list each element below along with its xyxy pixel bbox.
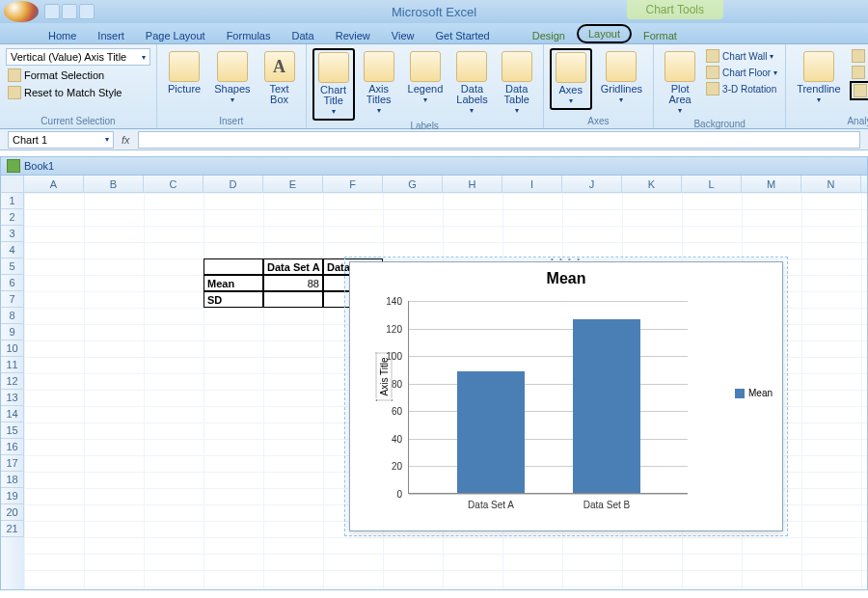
save-icon[interactable] <box>44 4 60 19</box>
workbook-titlebar[interactable]: Book1 <box>0 156 868 176</box>
tab-formulas[interactable]: Formulas <box>217 26 281 43</box>
format-selection-icon <box>8 68 21 82</box>
office-button[interactable] <box>4 1 39 22</box>
data-labels-icon <box>456 51 487 82</box>
row-header-7[interactable]: 7 <box>1 291 24 308</box>
group-label-analysis: Analysis <box>792 116 868 128</box>
worksheet[interactable]: ABCDEFGHIJKLMN 1234567891011121314151617… <box>0 176 868 590</box>
row-header-21[interactable]: 21 <box>1 521 24 537</box>
chart-title-button[interactable]: Chart Title▾ <box>312 48 355 121</box>
row-header-20[interactable]: 20 <box>1 504 24 521</box>
row-header-13[interactable]: 13 <box>1 390 24 406</box>
row-header-12[interactable]: 12 <box>1 373 24 390</box>
tab-data[interactable]: Data <box>282 26 323 43</box>
group-current-selection: Vertical (Value) Axis Title ▾ Format Sel… <box>0 44 157 128</box>
cell-E5[interactable]: Data Set A <box>263 258 323 275</box>
formula-input[interactable] <box>138 131 860 149</box>
row-header-11[interactable]: 11 <box>1 357 24 373</box>
cell-E6[interactable]: 88 <box>263 275 323 291</box>
ribbon: Vertical (Value) Axis Title ▾ Format Sel… <box>0 44 868 129</box>
text-box-button[interactable]: A Text Box <box>259 48 300 108</box>
group-analysis: Trendline▾ Lines▾ Up/Down Bars▾ Error Ba… <box>786 44 868 128</box>
rotation-button[interactable]: 3-D Rotation <box>704 81 779 96</box>
tab-review[interactable]: Review <box>326 26 380 43</box>
col-header-I[interactable]: I <box>502 176 562 192</box>
data-table-button[interactable]: Data Table▾ <box>497 48 537 119</box>
error-bars-button[interactable]: Error Bars▾ <box>850 81 868 100</box>
app-title: Microsoft Excel <box>392 5 476 19</box>
plot-area[interactable]: Data Set AData Set B <box>408 301 688 494</box>
row-header-1[interactable]: 1 <box>1 193 24 209</box>
col-header-A[interactable]: A <box>24 176 84 192</box>
fx-icon[interactable]: fx <box>122 134 130 146</box>
tab-layout[interactable]: Layout <box>577 24 632 43</box>
chart-title[interactable]: Mean <box>350 262 782 291</box>
axis-titles-button[interactable]: Axis Titles▾ <box>359 48 399 119</box>
row-header-10[interactable]: 10 <box>1 340 24 357</box>
trendline-button[interactable]: Trendline▾ <box>792 48 845 108</box>
gridlines-button[interactable]: Gridlines▾ <box>596 48 647 108</box>
row-header-8[interactable]: 8 <box>1 308 24 324</box>
tab-home[interactable]: Home <box>39 26 86 43</box>
axes-button[interactable]: Axes▾ <box>550 48 592 110</box>
col-header-K[interactable]: K <box>622 176 682 192</box>
format-selection-button[interactable]: Format Selection <box>6 68 106 83</box>
tab-get-started[interactable]: Get Started <box>425 26 499 43</box>
reset-to-match-style-button[interactable]: Reset to Match Style <box>6 85 124 100</box>
row-header-18[interactable]: 18 <box>1 472 24 488</box>
col-header-L[interactable]: L <box>682 176 742 192</box>
tab-format[interactable]: Format <box>634 26 687 43</box>
col-header-D[interactable]: D <box>203 176 263 192</box>
row-header-17[interactable]: 17 <box>1 455 24 472</box>
col-header-B[interactable]: B <box>84 176 144 192</box>
chart-legend[interactable]: Mean <box>735 388 773 398</box>
col-header-N[interactable]: N <box>801 176 861 192</box>
row-header-16[interactable]: 16 <box>1 439 24 455</box>
row-header-6[interactable]: 6 <box>1 275 24 291</box>
chart-drag-handle[interactable]: • • • • <box>551 255 582 263</box>
cell-D6[interactable]: Mean <box>203 275 263 291</box>
name-box[interactable]: Chart 1 ▾ <box>8 131 114 149</box>
col-header-H[interactable]: H <box>443 176 502 192</box>
row-header-9[interactable]: 9 <box>1 324 24 340</box>
undo-icon[interactable] <box>62 4 77 19</box>
lines-button[interactable]: Lines▾ <box>850 48 868 64</box>
row-header-3[interactable]: 3 <box>1 226 24 242</box>
selection-dropdown[interactable]: Vertical (Value) Axis Title ▾ <box>6 48 150 66</box>
cell-D5[interactable] <box>203 258 263 275</box>
tab-design[interactable]: Design <box>523 26 575 43</box>
chart-floor-button[interactable]: Chart Floor▾ <box>704 65 779 80</box>
tab-insert[interactable]: Insert <box>88 26 134 43</box>
row-header-14[interactable]: 14 <box>1 406 24 422</box>
row-header-15[interactable]: 15 <box>1 422 24 439</box>
picture-button[interactable]: Picture <box>163 48 205 97</box>
row-header-4[interactable]: 4 <box>1 242 24 258</box>
col-header-J[interactable]: J <box>562 176 622 192</box>
bar-data-set-a[interactable] <box>457 371 525 493</box>
col-header-F[interactable]: F <box>323 176 383 192</box>
col-header-M[interactable]: M <box>742 176 801 192</box>
tab-view[interactable]: View <box>382 26 424 43</box>
col-header-C[interactable]: C <box>144 176 203 192</box>
chart-wall-button[interactable]: Chart Wall▾ <box>704 48 779 64</box>
col-header-G[interactable]: G <box>383 176 443 192</box>
cell-E7[interactable] <box>263 291 323 308</box>
up-down-bars-button[interactable]: Up/Down Bars▾ <box>850 65 868 80</box>
col-header-E[interactable]: E <box>263 176 323 192</box>
shapes-button[interactable]: Shapes▾ <box>209 48 255 108</box>
row-header-19[interactable]: 19 <box>1 488 24 504</box>
row-header-5[interactable]: 5 <box>1 258 24 275</box>
shapes-label: Shapes <box>214 84 250 95</box>
tab-page-layout[interactable]: Page Layout <box>136 26 215 43</box>
data-labels-button[interactable]: Data Labels▾ <box>451 48 492 119</box>
legend-button[interactable]: Legend▾ <box>403 48 448 108</box>
cell-D7[interactable]: SD <box>203 291 263 308</box>
row-header-2[interactable]: 2 <box>1 209 24 226</box>
cell-grid[interactable]: Data Set A Data Set B Mean 88 SD • • • •… <box>24 193 867 589</box>
y-tick: 0 <box>373 489 402 500</box>
select-all-corner[interactable] <box>1 176 24 193</box>
redo-icon[interactable] <box>79 4 95 19</box>
plot-area-button[interactable]: Plot Area▾ <box>660 48 700 119</box>
bar-data-set-b[interactable] <box>573 319 640 493</box>
embedded-chart[interactable]: • • • • Mean Axis Title Data Set AData S… <box>349 261 783 531</box>
